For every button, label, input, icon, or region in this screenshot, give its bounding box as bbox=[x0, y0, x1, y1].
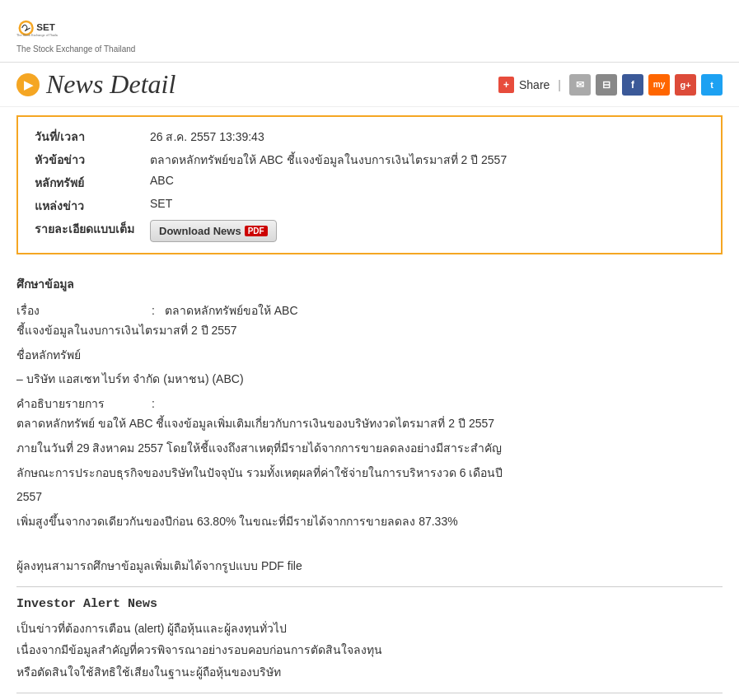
value-source: SET bbox=[146, 194, 709, 217]
subject-value: ตลาดหลักทรัพย์ขอให้ ABC bbox=[165, 301, 298, 321]
desc-label: คำอธิบายรายการ bbox=[16, 394, 148, 414]
section-title: ศึกษาข้อมูล bbox=[16, 275, 723, 293]
news-header-bar: ▶ News Detail + Share | ✉ ⊟ f my g+ t bbox=[0, 63, 739, 107]
subject-label: เรื่อง bbox=[16, 301, 148, 321]
share-my-icon[interactable]: my bbox=[648, 74, 670, 96]
label-source: แหล่งข่าว bbox=[30, 194, 146, 217]
value-date: 26 ส.ค. 2557 13:39:43 bbox=[146, 125, 709, 148]
share-facebook-icon[interactable]: f bbox=[622, 74, 643, 96]
orange-arrow-icon: ▶ bbox=[16, 73, 40, 96]
value-detail: Download News PDF bbox=[146, 217, 709, 245]
investor-alert-line2: เนื่องจากมีข้อมูลสำคัญที่ควรพิจารณาอย่าง… bbox=[16, 639, 723, 661]
label-security: หลักทรัพย์ bbox=[30, 171, 146, 194]
label-detail: รายละเอียดแบบเต็ม bbox=[30, 217, 146, 245]
desc-label-row: คำอธิบายรายการ : bbox=[16, 394, 723, 414]
investor-alert-text: เป็นข่าวที่ต้องการเตือน (alert) ผู้ถือหุ… bbox=[16, 618, 723, 684]
share-bar: + Share | ✉ ⊟ f my g+ t bbox=[498, 74, 723, 96]
table-row: วันที่/เวลา 26 ส.ค. 2557 13:39:43 bbox=[30, 125, 709, 148]
table-row: หัวข้อข่าว ตลาดหลักทรัพย์ขอให้ ABC ชี้แจ… bbox=[30, 148, 709, 171]
desc-para3: ลักษณะการประกอบธุรกิจของบริษัทในปัจจุบัน… bbox=[16, 464, 723, 483]
pdf-info: ผู้ลงทุนสามารถศึกษาข้อมูลเพิ่มเติมได้จาก… bbox=[16, 557, 723, 576]
download-news-button[interactable]: Download News PDF bbox=[150, 220, 277, 242]
svg-text:The Stock Exchange of Thailand: The Stock Exchange of Thailand bbox=[16, 34, 58, 37]
share-google-icon[interactable]: g+ bbox=[675, 74, 696, 96]
share-print-icon[interactable]: ⊟ bbox=[596, 74, 617, 96]
label-headline: หัวข้อข่าว bbox=[30, 148, 146, 171]
share-email-icon[interactable]: ✉ bbox=[569, 74, 591, 96]
table-row: หลักทรัพย์ ABC bbox=[30, 171, 709, 194]
divider-2 bbox=[16, 693, 723, 693]
label-date: วันที่/เวลา bbox=[30, 125, 146, 148]
news-info-table: วันที่/เวลา 26 ส.ค. 2557 13:39:43 หัวข้อ… bbox=[30, 125, 709, 245]
security-value: – บริษัท แอสเซท ไบร์ท จำกัด (มหาชน) (ABC… bbox=[16, 370, 723, 390]
header: SET The Stock Exchange of Thailand The S… bbox=[0, 0, 739, 63]
table-row: รายละเอียดแบบเต็ม Download News PDF bbox=[30, 217, 709, 245]
info-box: วันที่/เวลา 26 ส.ค. 2557 13:39:43 หัวข้อ… bbox=[16, 115, 723, 254]
content-area: ศึกษาข้อมูล เรื่อง : ตลาดหลักทรัพย์ขอให้… bbox=[0, 263, 739, 700]
logo-container: SET The Stock Exchange of Thailand The S… bbox=[16, 8, 135, 54]
desc-para2: ภายในวันที่ 29 สิงหาคม 2557 โดยให้ชี้แจง… bbox=[16, 439, 723, 459]
investor-alert-line1: เป็นข่าวที่ต้องการเตือน (alert) ผู้ถือหุ… bbox=[16, 618, 723, 640]
desc-colon: : bbox=[152, 394, 155, 414]
download-btn-label: Download News bbox=[159, 225, 241, 237]
subject-colon: : bbox=[152, 301, 155, 321]
share-twitter-icon[interactable]: t bbox=[701, 74, 723, 96]
investor-alert-line3: หรือตัดสินใจใช้สิทธิใช้เสียงในฐานะผู้ถือ… bbox=[16, 661, 723, 684]
subject-sub: ชี้แจงข้อมูลในงบการเงินไตรมาสที่ 2 ปี 25… bbox=[16, 321, 723, 341]
news-detail-title-container: ▶ News Detail bbox=[16, 69, 175, 100]
security-label: ชื่อหลักทรัพย์ bbox=[16, 346, 723, 366]
logo-subtitle: The Stock Exchange of Thailand bbox=[16, 44, 135, 54]
pdf-badge: PDF bbox=[245, 226, 268, 236]
divider-1 bbox=[16, 586, 723, 587]
table-row: แหล่งข่าว SET bbox=[30, 194, 709, 217]
share-label: Share bbox=[519, 78, 550, 91]
content-block: เรื่อง : ตลาดหลักทรัพย์ขอให้ ABC ชี้แจงข… bbox=[16, 301, 723, 576]
desc-para4: 2557 bbox=[16, 488, 723, 507]
share-divider: | bbox=[558, 78, 561, 91]
page-title: News Detail bbox=[46, 69, 175, 100]
set-logo: SET The Stock Exchange of Thailand bbox=[16, 8, 58, 49]
investor-alert-title: Investor Alert News bbox=[16, 597, 723, 611]
share-plus-icon: + bbox=[498, 77, 514, 93]
desc-para5: เพิ่มสูงขึ้นจากงวดเดียวกันของปีก่อน 63.8… bbox=[16, 512, 723, 532]
svg-text:SET: SET bbox=[36, 21, 55, 32]
desc-para1: ตลาดหลักทรัพย์ ขอให้ ABC ชี้แจงข้อมูลเพิ… bbox=[16, 414, 723, 434]
value-security: ABC bbox=[146, 171, 709, 194]
subject-row: เรื่อง : ตลาดหลักทรัพย์ขอให้ ABC bbox=[16, 301, 723, 321]
value-headline: ตลาดหลักทรัพย์ขอให้ ABC ชี้แจงข้อมูลในงบ… bbox=[146, 148, 709, 171]
